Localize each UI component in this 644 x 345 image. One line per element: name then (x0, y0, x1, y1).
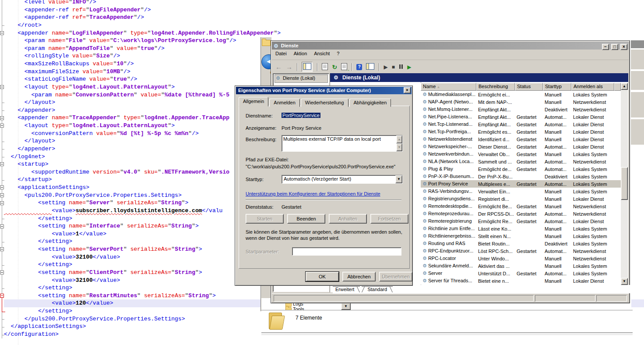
service-row[interactable]: ⚙PnP-X-IP-Busenum...Der PnP-X-Bu...Deakt… (421, 173, 621, 180)
properties-icon (322, 63, 328, 70)
fold-toggle-icon[interactable] (0, 224, 4, 228)
starttyp-combobox[interactable]: Automatisch (Verzögerter Start) ▼ (282, 175, 403, 184)
service-gear-icon: ⚙ (422, 174, 427, 179)
properties-button[interactable] (322, 63, 328, 71)
service-row[interactable]: ⚙Netzwerkspeicher-...Dieser Dienst...Ges… (421, 143, 621, 150)
service-row[interactable]: ⚙Port Proxy ServiceMultiplexes e...Gesta… (421, 180, 621, 188)
uebernehmen-button: Übernehmen (379, 272, 412, 281)
service-row[interactable]: ⚙Remoteprozedurau...Der RPCSS-Di...Gesta… (421, 210, 621, 217)
tab-wiederherstellung[interactable]: Wiederherstellung (301, 99, 348, 107)
dienstname-value[interactable]: PortProxyService (282, 113, 320, 118)
close-icon[interactable]: × (620, 44, 627, 50)
service-row[interactable]: ⚙RemoteregistrierungErmöglicht Re...Gest… (421, 217, 621, 225)
restart-service-button[interactable]: ▶ (407, 64, 411, 70)
service-row[interactable]: ⚙Richtlinienergebniss...Stellt einen N..… (421, 232, 621, 240)
service-row[interactable]: ⚙NAP-Agent (Netwo...Mit dem NAP-...Manue… (421, 98, 621, 106)
textbox-scroll-up[interactable]: ▲ (396, 135, 402, 143)
scrollbar-thumb[interactable] (621, 167, 628, 200)
back-button[interactable]: ← (275, 63, 282, 71)
textbox-scroll-down[interactable]: ▼ (396, 143, 402, 151)
service-row[interactable]: ⚙NetzwerklistendienstIdentifiziert d...G… (421, 135, 621, 143)
tab-allgemein[interactable]: Allgemein (239, 97, 268, 107)
column-header-anmeldenals[interactable]: Anmelden als (571, 83, 614, 91)
dropdown-button[interactable]: ▼ (341, 303, 351, 310)
stop-service-button[interactable]: ■ (392, 64, 395, 70)
service-cell: Netzwerkdienst (571, 159, 614, 164)
scroll-down-button[interactable]: ▼ (621, 278, 628, 285)
fold-toggle-icon[interactable] (0, 201, 4, 205)
tree-item-dienste-lokal[interactable]: ⚙ Dienste (Lokal) (274, 75, 328, 83)
menu-item-?[interactable]: ? (333, 50, 343, 57)
service-cell: Automat... (543, 144, 571, 149)
service-row[interactable]: ⚙Richtlinie zum Entfe...Lässt eine Ko...… (421, 225, 621, 232)
console-window-button[interactable] (366, 63, 374, 71)
service-row[interactable]: ⚙Sekundäre Anmeld...Aktiviert das ...Man… (421, 262, 621, 270)
fold-toggle-icon[interactable] (0, 270, 4, 274)
menu-item-aktion[interactable]: Aktion (290, 50, 311, 57)
service-row[interactable]: ⚙Remotedesktopdie...Ermöglicht Be...Gest… (421, 203, 621, 210)
service-row[interactable]: ⚙Routing und RASBietet Routin...Deaktivi… (421, 240, 621, 247)
fold-toggle-icon[interactable] (0, 31, 4, 35)
fold-toggle-icon[interactable] (0, 294, 4, 298)
menu-item-datei[interactable]: Datei (272, 50, 290, 57)
fold-toggle-icon[interactable] (0, 185, 4, 189)
service-cell: ⚙Net.Tcp-Portfreiga... (421, 129, 476, 135)
abbrechen-button[interactable]: Abbrechen (342, 272, 376, 281)
view-tab-standard[interactable]: Standard (362, 286, 393, 292)
folder-label[interactable]: Tools (293, 306, 304, 310)
pause-service-button[interactable] (399, 64, 403, 70)
ok-button[interactable]: OK (306, 272, 339, 281)
service-row[interactable]: ⚙RPC-Endpunktzuor...Löst RPC-Sch...Gesta… (421, 247, 621, 255)
fold-toggle-icon[interactable] (0, 162, 4, 166)
export-list-button[interactable]: → (341, 63, 347, 71)
fold-toggle-icon[interactable] (0, 85, 4, 89)
close-icon[interactable]: × (404, 87, 411, 93)
service-row[interactable]: ⚙Net.Tcp-Listenerad...Empfängt Akt...Ges… (421, 121, 621, 128)
service-row[interactable]: ⚙Netzwerkverbindun...Verwaltet Ob...Gest… (421, 150, 621, 158)
startparameter-input[interactable] (292, 247, 401, 256)
background-window-edge-block (630, 71, 644, 90)
service-row[interactable]: ⚙ServerUnterstützt D...GestartetAutomat.… (421, 270, 621, 277)
start-service-button[interactable]: ▶ (384, 64, 387, 70)
fold-toggle-icon[interactable] (0, 116, 4, 120)
view-tab-erweitert[interactable]: Erweitert (333, 286, 360, 292)
service-row[interactable]: ⚙Registrierungsdiens...Registriert di...… (421, 195, 621, 203)
service-row[interactable]: ⚙RPC-LocatorUnter Windo...ManuellNetzwer… (421, 255, 621, 262)
service-row[interactable]: ⚙RAS-Verbindungsv...Verwaltet Ein...Manu… (421, 188, 621, 195)
fold-toggle-icon[interactable] (0, 124, 4, 128)
dialog-titlebar[interactable]: Eigenschaften von Port Proxy Service (Lo… (236, 87, 412, 94)
column-header-name[interactable]: Name ▲ (421, 83, 476, 91)
combo-dropdown-button[interactable]: ▼ (395, 175, 402, 183)
fold-toggle-icon[interactable] (0, 247, 4, 251)
service-row[interactable]: ⚙Plug & PlayErmöglicht de...GestartetAut… (421, 165, 621, 173)
forward-button[interactable]: → (286, 63, 292, 71)
column-header-status[interactable]: Status (515, 83, 543, 91)
service-row[interactable]: ⚙Net.Tcp-Portfreiga...Ermöglicht es...Ge… (421, 128, 621, 135)
vertical-scrollbar[interactable]: ▲ ▼ (621, 83, 628, 285)
service-cell: Automat... (543, 249, 571, 254)
show-console-tree-button[interactable] (302, 62, 313, 72)
column-header-starttyp[interactable]: Starttyp (543, 83, 571, 91)
maximize-icon[interactable]: □ (611, 44, 618, 50)
service-row[interactable]: ⚙Server für Threads...Bietet eine n...Ma… (421, 277, 621, 285)
service-cell: Lokaler Dienst (571, 144, 614, 149)
service-row[interactable]: ⚙Net.Msmq-Listener...Empfängt Akt...Deak… (421, 106, 621, 113)
minimize-icon[interactable]: – (602, 44, 609, 50)
services-window-titlebar[interactable]: ⚙ Dienste – □ × (272, 42, 629, 50)
service-row[interactable]: ⚙NLA (Network Loca...Sammelt und ...Gest… (421, 158, 621, 165)
beschreibung-textbox[interactable]: Multiplexes external TCP/IP data on loca… (282, 135, 403, 152)
column-header-stub[interactable] (614, 83, 621, 91)
service-row[interactable]: ⚙Net.Pipe-Listenera...Empfängt Akt...Ges… (421, 113, 621, 121)
service-row[interactable]: ⚙Multimediaklassenpl...Ermöglicht ei...M… (421, 91, 621, 98)
help-button[interactable]: ? (356, 64, 362, 70)
column-header-beschreibung[interactable]: Beschreibung (476, 83, 515, 91)
fold-toggle-icon[interactable] (0, 193, 4, 197)
service-cell: Lokaler Dienst (571, 122, 614, 127)
beenden-button[interactable]: Beenden (287, 214, 325, 224)
scroll-up-button[interactable]: ▲ (621, 83, 628, 90)
refresh-button[interactable]: ↻ (332, 64, 337, 71)
tab-abhngigkeiten[interactable]: Abhängigkeiten (349, 99, 391, 107)
menu-item-ansicht[interactable]: Ansicht (310, 50, 333, 57)
startoptions-help-link[interactable]: Unterstützung beim Konfigurieren der Sta… (246, 191, 380, 196)
tab-anmelden[interactable]: Anmelden (269, 99, 300, 107)
